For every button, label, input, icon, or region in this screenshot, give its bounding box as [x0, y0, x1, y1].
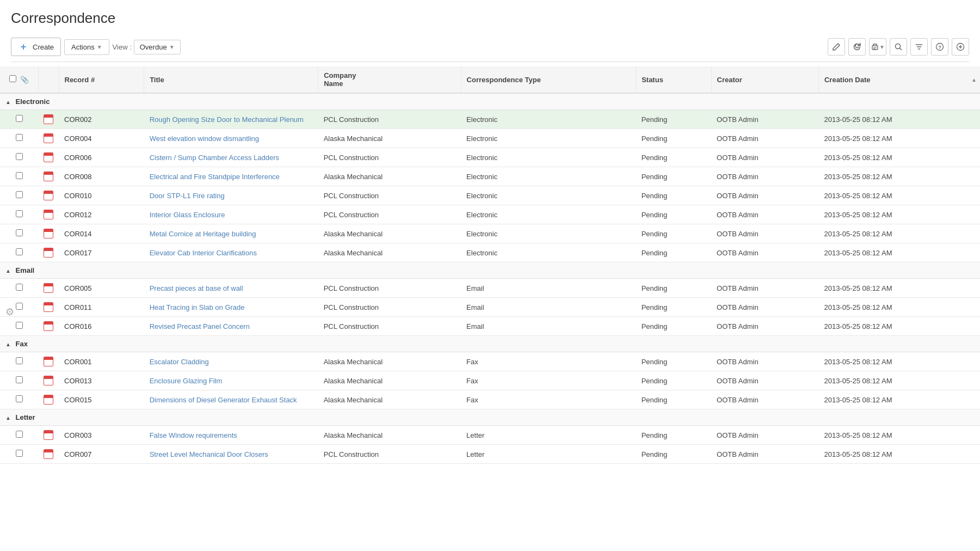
row-checkbox[interactable]: [16, 431, 23, 438]
row-checkbox[interactable]: [16, 115, 23, 122]
row-title[interactable]: Electrical and Fire Standpipe Interferen…: [144, 167, 318, 186]
row-title[interactable]: False Window requirements: [144, 426, 318, 445]
row-checkbox[interactable]: [16, 191, 23, 198]
title-link[interactable]: Enclosure Glazing Film: [150, 377, 223, 385]
title-link[interactable]: Metal Cornice at Heritage building: [150, 230, 256, 238]
row-checkbox[interactable]: [16, 303, 23, 310]
row-title[interactable]: Revised Precast Panel Concern: [144, 317, 318, 336]
table-row[interactable]: COR007 Street Level Mechanical Door Clos…: [0, 445, 980, 464]
col-creator[interactable]: Creator: [711, 66, 818, 93]
add-circle-button[interactable]: [952, 38, 969, 56]
col-title[interactable]: Title: [144, 66, 318, 93]
row-checkbox[interactable]: [16, 210, 23, 217]
row-title[interactable]: Heat Tracing in Slab on Grade: [144, 298, 318, 317]
create-button[interactable]: + Create: [11, 38, 61, 56]
table-row[interactable]: COR017 Elevator Cab Interior Clarificati…: [0, 243, 980, 262]
title-link[interactable]: Door STP-L1 Fire rating: [150, 192, 225, 200]
row-creator: OOTB Admin: [711, 426, 818, 445]
row-checkbox[interactable]: [16, 248, 23, 255]
row-record-num: COR007: [59, 445, 144, 464]
row-company: Alaska Mechanical: [318, 243, 461, 262]
row-type: Letter: [461, 426, 636, 445]
row-title[interactable]: Door STP-L1 Fire rating: [144, 186, 318, 205]
row-title[interactable]: West elevation window dismantling: [144, 129, 318, 148]
table-row[interactable]: COR001 Escalator Cladding Alaska Mechani…: [0, 352, 980, 371]
col-company-name[interactable]: CompanyName: [318, 66, 461, 93]
search-button[interactable]: [890, 38, 907, 56]
table-row[interactable]: COR014 Metal Cornice at Heritage buildin…: [0, 224, 980, 243]
actions-button[interactable]: Actions ▼: [64, 39, 109, 55]
title-link[interactable]: Elevator Cab Interior Clarifications: [150, 249, 257, 257]
row-title[interactable]: Escalator Cladding: [144, 352, 318, 371]
print-button[interactable]: ▼: [869, 38, 886, 56]
table-row[interactable]: COR006 Cistern / Sump Chamber Access Lad…: [0, 148, 980, 167]
row-checkbox[interactable]: [16, 357, 23, 364]
row-checkbox[interactable]: [16, 172, 23, 179]
row-title[interactable]: Cistern / Sump Chamber Access Ladders: [144, 148, 318, 167]
col-record-num[interactable]: Record #: [59, 66, 144, 93]
title-link[interactable]: Escalator Cladding: [150, 358, 209, 366]
row-icon-cell: [38, 298, 59, 317]
row-record-num: COR017: [59, 243, 144, 262]
filter-button[interactable]: [910, 38, 928, 56]
group-header-row[interactable]: ▲ Email: [0, 262, 980, 279]
title-link[interactable]: Rough Opening Size Door to Mechanical Pl…: [150, 115, 304, 124]
table-row[interactable]: COR002 Rough Opening Size Door to Mechan…: [0, 110, 980, 129]
row-title[interactable]: Elevator Cab Interior Clarifications: [144, 243, 318, 262]
title-link[interactable]: Interior Glass Enclosure: [150, 211, 225, 219]
title-link[interactable]: Revised Precast Panel Concern: [150, 322, 250, 330]
gear-icon[interactable]: ⚙: [5, 306, 14, 318]
row-title[interactable]: Enclosure Glazing Film: [144, 371, 318, 390]
col-checkbox[interactable]: 📎: [0, 66, 38, 93]
row-date: 2013-05-25 08:12 AM: [818, 390, 980, 409]
col-status[interactable]: Status: [636, 66, 711, 93]
view-dropdown[interactable]: Overdue ▼: [134, 40, 181, 54]
title-link[interactable]: False Window requirements: [150, 431, 237, 439]
row-date: 2013-05-25 08:12 AM: [818, 148, 980, 167]
row-checkbox[interactable]: [16, 134, 23, 141]
row-title[interactable]: Dimensions of Diesel Generator Exhaust S…: [144, 390, 318, 409]
row-checkbox[interactable]: [16, 153, 23, 160]
title-link[interactable]: Cistern / Sump Chamber Access Ladders: [150, 154, 279, 162]
row-title[interactable]: Interior Glass Enclosure: [144, 205, 318, 224]
row-checkbox[interactable]: [16, 376, 23, 383]
row-checkbox[interactable]: [16, 395, 23, 402]
title-link[interactable]: Street Level Mechanical Door Closers: [150, 450, 268, 458]
table-row[interactable]: COR008 Electrical and Fire Standpipe Int…: [0, 167, 980, 186]
table-row[interactable]: COR005 Precast pieces at base of wall PC…: [0, 279, 980, 298]
help-button[interactable]: ?: [931, 38, 948, 56]
table-row[interactable]: COR003 False Window requirements Alaska …: [0, 426, 980, 445]
group-header-row[interactable]: ▲ Fax: [0, 336, 980, 352]
title-link[interactable]: Precast pieces at base of wall: [150, 284, 243, 292]
table-row[interactable]: COR012 Interior Glass Enclosure PCL Cons…: [0, 205, 980, 224]
title-link[interactable]: Electrical and Fire Standpipe Interferen…: [150, 173, 280, 181]
filter-icon: [915, 42, 923, 51]
row-checkbox[interactable]: [16, 450, 23, 457]
title-link[interactable]: Dimensions of Diesel Generator Exhaust S…: [150, 396, 297, 404]
row-checkbox[interactable]: [16, 229, 23, 236]
select-all-checkbox[interactable]: [9, 75, 16, 82]
row-checkbox[interactable]: [16, 284, 23, 291]
row-checkbox[interactable]: [16, 322, 23, 329]
title-link[interactable]: West elevation window dismantling: [150, 134, 259, 143]
refresh-button[interactable]: [848, 38, 866, 56]
edit-button[interactable]: [828, 38, 845, 56]
table-row[interactable]: COR010 Door STP-L1 Fire rating PCL Const…: [0, 186, 980, 205]
table-wrapper: ⚙ 📎 Record # Title CompanyName Correspon…: [0, 66, 980, 464]
calendar-icon: [44, 152, 53, 162]
row-creator: OOTB Admin: [711, 371, 818, 390]
col-correspondence-type[interactable]: Correspondence Type: [461, 66, 636, 93]
table-row[interactable]: COR015 Dimensions of Diesel Generator Ex…: [0, 390, 980, 409]
row-title[interactable]: Metal Cornice at Heritage building: [144, 224, 318, 243]
table-row[interactable]: COR016 Revised Precast Panel Concern PCL…: [0, 317, 980, 336]
group-header-row[interactable]: ▲ Electronic: [0, 93, 980, 110]
row-title[interactable]: Precast pieces at base of wall: [144, 279, 318, 298]
row-title[interactable]: Street Level Mechanical Door Closers: [144, 445, 318, 464]
col-creation-date[interactable]: Creation Date ▲: [818, 66, 980, 93]
title-link[interactable]: Heat Tracing in Slab on Grade: [150, 303, 245, 311]
table-row[interactable]: COR011 Heat Tracing in Slab on Grade PCL…: [0, 298, 980, 317]
group-header-row[interactable]: ▲ Letter: [0, 409, 980, 426]
table-row[interactable]: COR013 Enclosure Glazing Film Alaska Mec…: [0, 371, 980, 390]
table-row[interactable]: COR004 West elevation window dismantling…: [0, 129, 980, 148]
row-title[interactable]: Rough Opening Size Door to Mechanical Pl…: [144, 110, 318, 129]
